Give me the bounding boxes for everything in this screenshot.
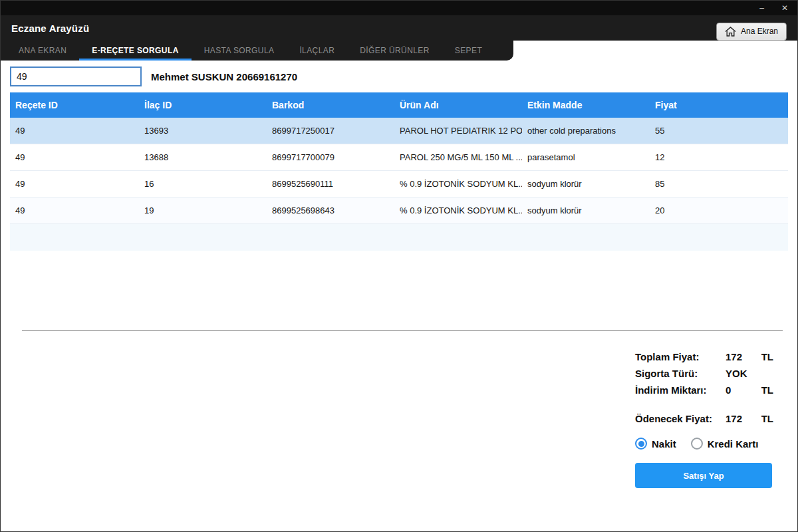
payment-options: Nakit Kredi Kartı bbox=[635, 438, 773, 450]
cell-recete-id: 49 bbox=[10, 205, 139, 215]
column-header-etkin-madde: Etkin Madde bbox=[522, 100, 650, 110]
discount-amount-unit: TL bbox=[756, 382, 773, 398]
tab-e-recete-sorgula[interactable]: E-REÇETE SORGULA bbox=[79, 41, 191, 61]
table-empty-stripe bbox=[10, 224, 788, 251]
column-header-barkod: Barkod bbox=[267, 100, 394, 110]
insurance-type-label: Sigorta Türü: bbox=[635, 365, 726, 382]
cash-radio-label[interactable]: Nakit bbox=[652, 438, 676, 450]
cell-recete-id: 49 bbox=[10, 179, 139, 189]
cell-ilac-id: 16 bbox=[139, 179, 267, 189]
cell-urun-adi: PAROL HOT PEDIATRIK 12 PO... bbox=[394, 126, 522, 136]
table-row[interactable]: 49 19 8699525698643 % 0.9 İZOTONİK SODYU… bbox=[10, 198, 788, 224]
credit-card-radio-label[interactable]: Kredi Kartı bbox=[708, 438, 759, 450]
app-header: Eczane Arayüzü Ana Ekran bbox=[1, 15, 797, 41]
table-row[interactable]: 49 16 8699525690111 % 0.9 İZOTONİK SODYU… bbox=[10, 171, 788, 198]
cell-etkin-madde: parasetamol bbox=[522, 152, 650, 162]
total-price-unit: TL bbox=[756, 348, 773, 365]
cell-etkin-madde: sodyum klorür bbox=[522, 205, 650, 215]
tab-strip-dark: ANA EKRAN E-REÇETE SORGULA HASTA SORGULA… bbox=[1, 41, 513, 61]
tab-sepet[interactable]: SEPET bbox=[442, 41, 495, 61]
cell-ilac-id: 19 bbox=[139, 205, 267, 215]
cell-fiyat: 20 bbox=[650, 205, 788, 215]
tab-ilaclar[interactable]: İLAÇLAR bbox=[287, 41, 347, 61]
prescription-table: Reçete ID İlaç ID Barkod Ürün Adı Etkin … bbox=[10, 92, 788, 251]
discount-amount-label: İndirim Miktarı: bbox=[635, 382, 726, 398]
tab-ana-ekran[interactable]: ANA EKRAN bbox=[6, 41, 79, 61]
column-header-recete-id: Reçete ID bbox=[10, 100, 139, 110]
cell-urun-adi: % 0.9 İZOTONİK SODYUM KL... bbox=[394, 179, 522, 189]
total-price-value: 172 bbox=[726, 348, 756, 365]
tab-hasta-sorgula[interactable]: HASTA SORGULA bbox=[192, 41, 287, 61]
payable-price-label: Ödenecek Fiyat: bbox=[635, 410, 726, 427]
home-icon bbox=[725, 27, 736, 37]
cell-fiyat: 55 bbox=[650, 126, 788, 136]
column-header-ilac-id: İlaç ID bbox=[139, 100, 267, 110]
cell-ilac-id: 13688 bbox=[139, 152, 267, 162]
cell-etkin-madde: other cold preparations bbox=[522, 126, 650, 136]
main-content: Mehmet SUSKUN 20669161270 Reçete ID İlaç… bbox=[1, 61, 797, 488]
cell-ilac-id: 13693 bbox=[139, 126, 267, 136]
tab-strip: ANA EKRAN E-REÇETE SORGULA HASTA SORGULA… bbox=[1, 41, 797, 61]
home-button-label: Ana Ekran bbox=[741, 27, 778, 36]
make-sale-button[interactable]: Satışı Yap bbox=[635, 463, 772, 488]
column-header-urun-adi: Ürün Adı bbox=[394, 100, 522, 110]
search-row: Mehmet SUSKUN 20669161270 bbox=[10, 66, 788, 87]
table-row[interactable]: 49 13693 8699717250017 PAROL HOT PEDIATR… bbox=[10, 118, 788, 144]
prescription-id-input[interactable] bbox=[10, 66, 142, 86]
discount-amount-value: 0 bbox=[726, 382, 756, 398]
cell-etkin-madde: sodyum klorür bbox=[522, 179, 650, 189]
column-header-fiyat: Fiyat bbox=[650, 100, 788, 110]
home-screen-button[interactable]: Ana Ekran bbox=[716, 23, 787, 41]
minimize-icon[interactable]: – bbox=[759, 4, 764, 12]
app-title: Eczane Arayüzü bbox=[11, 23, 89, 34]
cell-recete-id: 49 bbox=[10, 126, 139, 136]
cell-recete-id: 49 bbox=[10, 152, 139, 162]
tab-diger-urunler[interactable]: DİĞER ÜRÜNLER bbox=[347, 41, 442, 61]
cell-barkod: 8699717700079 bbox=[267, 152, 394, 162]
insurance-type-value: YOK bbox=[726, 365, 756, 382]
insurance-type-unit bbox=[756, 365, 773, 382]
summary-row-total: Toplam Fiyat: 172 TL Sigorta Türü: YOK İ… bbox=[635, 348, 773, 398]
payable-price-value: 172 bbox=[726, 410, 756, 427]
payable-price-unit: TL bbox=[756, 410, 773, 427]
summary-divider bbox=[22, 331, 783, 331]
patient-info-label: Mehmet SUSKUN 20669161270 bbox=[151, 71, 297, 82]
summary-row-payable: Ödenecek Fiyat: 172 TL bbox=[635, 410, 773, 427]
titlebar: – ✕ bbox=[1, 1, 797, 15]
close-icon[interactable]: ✕ bbox=[781, 4, 788, 12]
cell-barkod: 8699525698643 bbox=[267, 205, 394, 215]
cash-radio[interactable] bbox=[635, 438, 647, 450]
summary-panel: Toplam Fiyat: 172 TL Sigorta Türü: YOK İ… bbox=[635, 348, 773, 488]
cell-fiyat: 12 bbox=[650, 152, 788, 162]
cell-barkod: 8699717250017 bbox=[267, 126, 394, 136]
cell-urun-adi: PAROL 250 MG/5 ML 150 ML ... bbox=[394, 152, 522, 162]
total-price-label: Toplam Fiyat: bbox=[635, 348, 726, 365]
table-header-row: Reçete ID İlaç ID Barkod Ürün Adı Etkin … bbox=[10, 92, 788, 118]
cell-fiyat: 85 bbox=[650, 179, 788, 189]
cell-barkod: 8699525690111 bbox=[267, 179, 394, 189]
cell-urun-adi: % 0.9 İZOTONİK SODYUM KL... bbox=[394, 205, 522, 215]
credit-card-radio[interactable] bbox=[691, 438, 703, 450]
table-row[interactable]: 49 13688 8699717700079 PAROL 250 MG/5 ML… bbox=[10, 144, 788, 171]
